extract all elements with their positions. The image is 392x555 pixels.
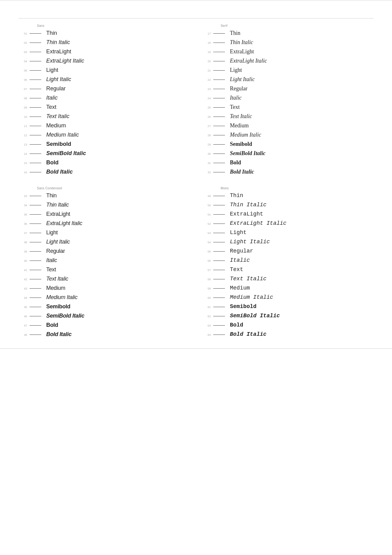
style-name: Thin Italic <box>230 202 267 208</box>
row-number: 59 <box>202 287 211 290</box>
row-number: 30 <box>202 152 211 155</box>
weight-line <box>213 80 225 80</box>
list-item: 24Italic <box>202 93 374 103</box>
weight-line <box>213 242 225 242</box>
weight-line <box>213 233 225 233</box>
list-item: 47Bold <box>18 321 184 330</box>
weight-line <box>30 154 41 154</box>
style-name: Semibold <box>46 141 71 148</box>
style-name: Semibold <box>46 303 70 310</box>
row-number: 40 <box>18 259 27 262</box>
row-number: 03 <box>18 50 27 54</box>
weight-line <box>30 61 41 61</box>
weight-line <box>30 307 41 307</box>
sans-serif-grid: Sans 01Thin02Thin Italic03ExtraLight04Ex… <box>18 24 374 177</box>
list-item: 42Text Italic <box>18 274 184 284</box>
row-number: 12 <box>18 134 27 137</box>
style-name: Medium <box>230 285 250 292</box>
style-name: Regular <box>230 248 253 255</box>
page: Sans 01Thin02Thin Italic03ExtraLight04Ex… <box>0 0 392 555</box>
list-item: 53Light <box>202 228 374 237</box>
weight-line <box>213 98 225 98</box>
weight-line <box>213 325 225 326</box>
row-number: 51 <box>202 213 211 216</box>
weight-line <box>30 270 41 270</box>
style-name: ExtraLight <box>230 211 263 218</box>
row-number: 28 <box>202 134 211 137</box>
serif-rows: 17Thin18Thin Italic19ExtraLight20ExtraLi… <box>202 29 374 177</box>
row-number: 10 <box>18 115 27 118</box>
style-name: Bold <box>230 322 243 329</box>
weight-line <box>30 52 41 52</box>
weight-line <box>30 80 41 80</box>
style-name: SemiBold Italic <box>230 313 280 319</box>
style-name: Thin Italic <box>46 202 69 208</box>
style-name: Bold <box>46 322 58 329</box>
weight-line <box>30 43 41 43</box>
row-number: 02 <box>18 41 27 44</box>
row-number: 58 <box>202 278 211 281</box>
row-number: 48 <box>18 333 27 336</box>
weight-line <box>213 61 225 61</box>
list-item: 01Thin <box>18 29 184 38</box>
style-name: ExtraLight Italic <box>230 58 267 64</box>
row-number: 37 <box>18 231 27 235</box>
weight-line <box>213 205 225 205</box>
row-number: 53 <box>202 231 211 235</box>
weight-line <box>30 298 41 298</box>
weight-line <box>213 33 225 34</box>
row-number: 23 <box>202 87 211 91</box>
style-name: Italic <box>46 257 57 264</box>
style-name: Regular <box>46 248 65 255</box>
list-item: 31Bold <box>202 158 374 167</box>
row-number: 54 <box>202 240 211 244</box>
style-name: Thin <box>46 30 57 37</box>
row-number: 46 <box>18 314 27 318</box>
list-item: 49Thin <box>202 191 374 200</box>
row-number: 18 <box>202 41 211 44</box>
row-number: 19 <box>202 50 211 54</box>
list-item: 33Thin <box>18 191 184 200</box>
list-item: 11Medium <box>18 121 184 130</box>
style-name: SemiBold Italic <box>46 313 84 319</box>
list-item: 28Medium Italic <box>202 130 374 140</box>
row-number: 63 <box>202 324 211 327</box>
style-name: Text <box>46 104 56 111</box>
row-number: 33 <box>18 194 27 198</box>
list-item: 26Text Italic <box>202 112 374 121</box>
weight-line <box>30 98 41 98</box>
style-name: Text Italic <box>46 113 69 120</box>
style-name: Thin <box>230 192 243 199</box>
style-name: Medium Italic <box>46 294 77 301</box>
list-item: 08Italic <box>18 93 184 103</box>
row-number: 52 <box>202 222 211 225</box>
weight-line <box>213 335 225 335</box>
bottom-divider <box>0 348 392 349</box>
weight-line <box>213 288 225 289</box>
style-name: ExtraLight <box>230 48 254 55</box>
weight-line <box>213 251 225 252</box>
style-name: Thin <box>230 30 240 37</box>
list-item: 56Italic <box>202 256 374 265</box>
list-item: 30SemiBold Italic <box>202 149 374 158</box>
list-item: 13Semibold <box>18 140 184 149</box>
list-item: 29Semibold <box>202 140 374 149</box>
style-name: Semibold <box>230 303 256 310</box>
weight-line <box>213 307 225 307</box>
weight-line <box>30 135 41 135</box>
list-item: 19ExtraLight <box>202 47 374 56</box>
row-number: 16 <box>18 171 27 174</box>
weight-line <box>30 335 41 335</box>
list-item: 15Bold <box>18 158 184 167</box>
row-number: 24 <box>202 97 211 100</box>
list-item: 09Text <box>18 103 184 112</box>
row-number: 47 <box>18 324 27 327</box>
list-item: 18Thin Italic <box>202 38 374 47</box>
style-name: Light Italic <box>230 76 255 83</box>
weight-line <box>30 316 41 316</box>
weight-line <box>30 325 41 326</box>
list-item: 58Text Italic <box>202 274 374 284</box>
row-number: 31 <box>202 161 211 165</box>
row-number: 38 <box>18 240 27 244</box>
row-number: 60 <box>202 296 211 299</box>
